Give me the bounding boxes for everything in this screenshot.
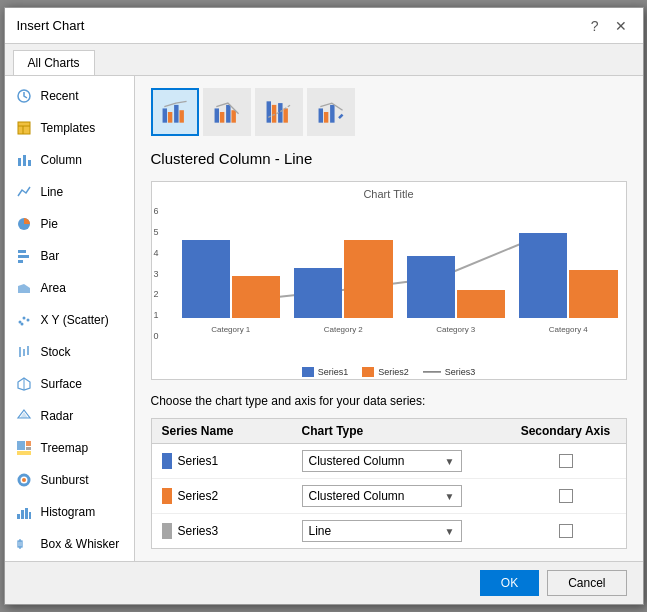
secondary-axis-checkbox-3[interactable] (559, 524, 573, 538)
sidebar-label-xy: X Y (Scatter) (41, 313, 109, 327)
sidebar-item-pie[interactable]: Pie (5, 208, 134, 240)
legend-series1: Series1 (302, 367, 349, 377)
series-table-header: Series Name Chart Type Secondary Axis (152, 419, 626, 444)
sidebar-item-recent[interactable]: Recent (5, 80, 134, 112)
svg-rect-50 (271, 105, 275, 123)
svg-rect-8 (18, 250, 26, 253)
insert-chart-dialog: Insert Chart ? ✕ All Charts Recent Templ… (4, 7, 644, 605)
series-name-3: Series3 (178, 524, 219, 538)
cat-label-2: Category 2 (324, 325, 363, 334)
series-axis-cell-2 (516, 489, 616, 503)
svg-rect-52 (283, 108, 287, 122)
legend-series3: Series3 (423, 367, 476, 377)
series-name-2: Series2 (178, 489, 219, 503)
chart-icon-combo4[interactable] (307, 88, 355, 136)
sidebar-item-xy[interactable]: X Y (Scatter) (5, 304, 134, 336)
sidebar-label-bar: Bar (41, 249, 60, 263)
bar-series1-cat2 (294, 268, 342, 318)
series-axis-cell-3 (516, 524, 616, 538)
series-color-2 (162, 488, 172, 504)
cat-label-1: Category 1 (211, 325, 250, 334)
svg-rect-26 (17, 451, 31, 455)
svg-rect-44 (179, 110, 183, 122)
chart-subtitle: Clustered Column - Line (151, 150, 627, 167)
svg-rect-1 (18, 122, 30, 134)
svg-point-28 (22, 478, 26, 482)
y-label-4: 4 (154, 248, 159, 258)
sidebar-item-box-whisker[interactable]: Box & Whisker (5, 528, 134, 560)
tab-all-charts[interactable]: All Charts (13, 50, 95, 75)
histogram-icon (15, 503, 33, 521)
sidebar-item-sunburst[interactable]: Sunburst (5, 464, 134, 496)
svg-rect-6 (28, 160, 31, 166)
chart-type-icons (151, 88, 627, 136)
sidebar-label-templates: Templates (41, 121, 96, 135)
chart-preview: Chart Title 0 1 2 3 4 5 6 (151, 181, 627, 380)
xy-icon (15, 311, 33, 329)
sidebar-item-radar[interactable]: Radar (5, 400, 134, 432)
secondary-axis-checkbox-1[interactable] (559, 454, 573, 468)
bar-series2-cat4 (569, 270, 617, 318)
series-color-3 (162, 523, 172, 539)
legend-label-series3: Series3 (445, 367, 476, 377)
chart-icon-combo2[interactable] (203, 88, 251, 136)
close-button[interactable]: ✕ (611, 16, 631, 36)
series-type-cell-2: Clustered Column ▼ (302, 485, 516, 507)
svg-rect-41 (162, 108, 166, 122)
bar-series2-cat1 (232, 276, 280, 318)
y-axis-labels: 0 1 2 3 4 5 6 (154, 206, 159, 341)
svg-rect-47 (226, 105, 230, 123)
radar-icon (15, 407, 33, 425)
dropdown-arrow-3: ▼ (445, 526, 455, 537)
sidebar-item-line[interactable]: Line (5, 176, 134, 208)
sidebar-item-area[interactable]: Area (5, 272, 134, 304)
svg-rect-46 (219, 112, 223, 123)
svg-rect-43 (174, 105, 178, 123)
templates-icon (15, 119, 33, 137)
series-type-select-3[interactable]: Line ▼ (302, 520, 462, 542)
bars-container: Category 1 Category 2 Category 3 (182, 206, 618, 336)
series-name-cell-1: Series1 (162, 453, 302, 469)
series-color-1 (162, 453, 172, 469)
series-type-cell-3: Line ▼ (302, 520, 516, 542)
category-group-2: Category 2 (294, 206, 393, 318)
category-group-4: Category 4 (519, 206, 618, 318)
sidebar-item-histogram[interactable]: Histogram (5, 496, 134, 528)
header-secondary-axis: Secondary Axis (516, 424, 616, 438)
sidebar-item-column[interactable]: Column (5, 144, 134, 176)
series-row-3: Series3 Line ▼ (152, 514, 626, 548)
svg-rect-54 (323, 112, 327, 123)
series-type-select-1[interactable]: Clustered Column ▼ (302, 450, 462, 472)
help-button[interactable]: ? (587, 16, 603, 36)
series-type-value-2: Clustered Column (309, 489, 405, 503)
dropdown-arrow-1: ▼ (445, 456, 455, 467)
bar-icon (15, 247, 33, 265)
sidebar-item-treemap[interactable]: Treemap (5, 432, 134, 464)
series-row-2: Series2 Clustered Column ▼ (152, 479, 626, 514)
sidebar-item-bar[interactable]: Bar (5, 240, 134, 272)
chart-icon-combo3[interactable] (255, 88, 303, 136)
sidebar-item-templates[interactable]: Templates (5, 112, 134, 144)
series-type-cell-1: Clustered Column ▼ (302, 450, 516, 472)
category-group-3: Category 3 (407, 206, 506, 318)
content-area: Recent Templates Column Line (5, 76, 643, 561)
stock-icon (15, 343, 33, 361)
y-label-3: 3 (154, 269, 159, 279)
svg-point-13 (22, 317, 25, 320)
line-icon (15, 183, 33, 201)
tab-bar: All Charts (5, 44, 643, 76)
svg-rect-24 (26, 441, 31, 446)
ok-button[interactable]: OK (480, 570, 539, 596)
sidebar-label-column: Column (41, 153, 82, 167)
sidebar-label-area: Area (41, 281, 66, 295)
sidebar-item-stock[interactable]: Stock (5, 336, 134, 368)
sidebar: Recent Templates Column Line (5, 76, 135, 561)
sidebar-item-surface[interactable]: Surface (5, 368, 134, 400)
series-type-select-2[interactable]: Clustered Column ▼ (302, 485, 462, 507)
cancel-button[interactable]: Cancel (547, 570, 626, 596)
series-name-cell-2: Series2 (162, 488, 302, 504)
recent-icon (15, 87, 33, 105)
chart-icon-combo1[interactable] (151, 88, 199, 136)
box-whisker-icon (15, 535, 33, 553)
secondary-axis-checkbox-2[interactable] (559, 489, 573, 503)
